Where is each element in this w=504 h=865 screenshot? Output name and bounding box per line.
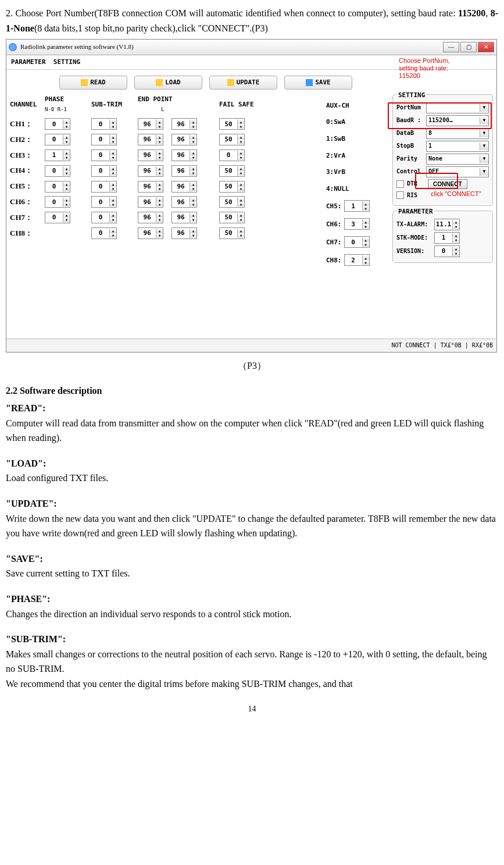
endpoint-l-spinner[interactable]: 96▲▼ (138, 181, 163, 193)
datab-combo[interactable]: 8▼ (426, 128, 489, 139)
load-button[interactable]: LOAD (134, 76, 202, 90)
txalarm-label: TX-ALARM: (396, 220, 432, 229)
aux-ch5-label: CH5: (326, 201, 342, 212)
endpoint-l-spinner[interactable]: 96▲▼ (138, 118, 163, 130)
failsafe-spinner[interactable]: 50▲▼ (219, 118, 245, 130)
endpoint-l-spinner[interactable]: 96▲▼ (138, 212, 163, 223)
subtrim-spinner[interactable]: 0▲▼ (91, 165, 117, 177)
term-save: "SAVE": (6, 551, 498, 567)
subtrim-spinner[interactable]: 0▲▼ (91, 196, 117, 208)
failsafe-spinner[interactable]: 50▲▼ (219, 196, 245, 208)
version-label: VERSION: (396, 247, 432, 256)
endpoint-r-spinner[interactable]: 96▲▼ (171, 149, 197, 161)
endpoint-r-spinner[interactable]: 96▲▼ (171, 196, 197, 208)
subtrim-spinner[interactable]: 0▲▼ (91, 181, 117, 193)
close-button[interactable]: ✕ (478, 42, 494, 52)
chevron-down-icon: ▼ (480, 143, 488, 150)
header-failsafe: FAIL SAFE (219, 99, 277, 110)
subtrim-spinner[interactable]: 0▲▼ (91, 149, 117, 161)
body-update: Write down the new data you want and the… (6, 511, 498, 541)
annotation-bottom: click "CONNECT" (431, 189, 481, 200)
aux-ch8-label: CH8: (326, 255, 342, 266)
read-label: READ (90, 77, 106, 88)
endpoint-r-spinner[interactable]: 96▲▼ (171, 134, 197, 145)
aux-0: 0:SwA (326, 117, 376, 127)
figure-caption: （P3） (6, 358, 498, 373)
failsafe-spinner[interactable]: 50▲▼ (219, 181, 245, 193)
term-load: "LOAD": (6, 456, 498, 471)
phase-spinner[interactable]: 0▲▼ (45, 212, 70, 223)
endpoint-r-spinner[interactable]: 96▲▼ (171, 181, 197, 193)
subtrim-spinner[interactable]: 0▲▼ (91, 134, 117, 145)
version-spinner[interactable]: 0▲▼ (434, 245, 460, 257)
endpoint-r-spinner[interactable]: 96▲▼ (171, 227, 197, 239)
window-title: Radiolink parameter setting software (V1… (20, 42, 134, 52)
aux-ch7-label: CH7: (326, 237, 342, 248)
aux-ch8-spinner[interactable]: 2▲▼ (344, 254, 370, 266)
intro-sep: , (485, 8, 490, 18)
endpoint-r-spinner[interactable]: 96▲▼ (171, 118, 197, 130)
minimize-button[interactable]: — (443, 42, 459, 52)
phase-spinner[interactable]: 0▲▼ (45, 181, 70, 193)
aux-ch7-spinner[interactable]: 0▲▼ (344, 236, 370, 248)
intro-text-pre: 2. Choose Port Number(T8FB connection CO… (6, 8, 458, 18)
annotation-box-connect (415, 173, 458, 189)
channel-label: CH6： (10, 196, 45, 208)
ris-checkbox[interactable] (396, 191, 404, 199)
body-load: Load configured TXT files. (6, 471, 498, 486)
term-phase: "PHASE": (6, 592, 498, 607)
update-icon (227, 79, 234, 86)
subtrim-spinner[interactable]: 0▲▼ (91, 118, 117, 130)
app-window: Radiolink parameter setting software (V1… (6, 39, 497, 353)
failsafe-spinner[interactable]: 0▲▼ (219, 149, 245, 161)
header-subtrim: SUB-TRIM (91, 99, 138, 110)
body-phase: Changes the direction an individual serv… (6, 607, 498, 622)
endpoint-l-spinner[interactable]: 96▲▼ (138, 165, 163, 177)
stopb-combo[interactable]: 1▼ (426, 141, 489, 152)
section-22-title: 2.2 Software description (6, 383, 498, 398)
parameter-title: PARAMETER (396, 207, 435, 217)
endpoint-l-spinner[interactable]: 96▲▼ (138, 134, 163, 145)
header-channel: CHANNEL (10, 99, 45, 110)
update-label: UPDATE (237, 77, 260, 88)
term-update: "UPDATE": (6, 496, 498, 511)
menu-parameter[interactable]: PARAMETER (11, 58, 46, 66)
subtrim-spinner[interactable]: 0▲▼ (91, 227, 117, 239)
aux-3: 3:VrB (326, 167, 376, 177)
header-setting: SETTING (396, 90, 427, 101)
aux-ch6-spinner[interactable]: 3▲▼ (344, 218, 370, 230)
failsafe-spinner[interactable]: 50▲▼ (219, 227, 245, 239)
endpoint-l-spinner[interactable]: 96▲▼ (138, 196, 163, 208)
update-button[interactable]: UPDATE (209, 76, 277, 90)
endpoint-l-spinner[interactable]: 96▲▼ (138, 149, 163, 161)
txalarm-spinner[interactable]: 11.1▲▼ (434, 219, 460, 230)
failsafe-spinner[interactable]: 50▲▼ (219, 134, 245, 145)
phase-spinner[interactable]: 1▲▼ (45, 149, 70, 161)
endpoint-r-spinner[interactable]: 96▲▼ (171, 212, 197, 223)
body-subtrim1: Makes small changes or corrections to th… (6, 647, 498, 677)
endpoint-r-spinner[interactable]: 96▲▼ (171, 165, 197, 177)
failsafe-spinner[interactable]: 50▲▼ (219, 165, 245, 177)
maximize-button[interactable]: ▢ (460, 42, 477, 52)
endpoint-l-spinner[interactable]: 96▲▼ (138, 227, 163, 239)
phase-spinner[interactable]: 0▲▼ (45, 134, 70, 145)
save-button[interactable]: SAVE (284, 76, 352, 90)
aux-ch5-spinner[interactable]: 1▲▼ (344, 200, 370, 212)
menu-setting[interactable]: SETTING (53, 58, 80, 66)
phase-spinner[interactable]: 0▲▼ (45, 165, 70, 177)
channel-label: CH3： (10, 149, 45, 162)
channel-label: CH8： (10, 227, 45, 240)
aux-ch6-label: CH6: (326, 219, 342, 230)
read-button[interactable]: READ (59, 76, 127, 90)
channel-label: CH5： (10, 180, 45, 193)
ris-label: RIS (407, 191, 417, 200)
stkmode-spinner[interactable]: 1▲▼ (434, 232, 460, 244)
phase-spinner[interactable]: 0▲▼ (45, 118, 70, 130)
header-phase: PHASEN-0 R-1 (45, 94, 91, 115)
parity-combo[interactable]: None▼ (426, 154, 489, 165)
aux-4: 4:NULL (326, 184, 376, 194)
subtrim-spinner[interactable]: 0▲▼ (91, 212, 117, 223)
failsafe-spinner[interactable]: 50▲▼ (219, 212, 245, 223)
phase-spinner[interactable]: 0▲▼ (45, 196, 70, 208)
dtr-checkbox[interactable] (396, 180, 404, 188)
